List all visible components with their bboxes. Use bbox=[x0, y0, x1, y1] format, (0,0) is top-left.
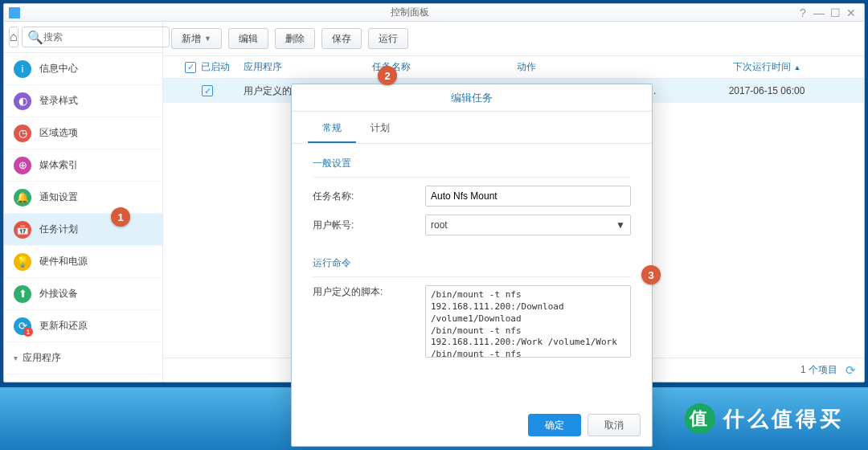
sidebar-item-label: 外接设备 bbox=[39, 287, 78, 301]
tab-schedule[interactable]: 计划 bbox=[356, 115, 404, 143]
sidebar-item-6[interactable]: 💡硬件和电源 bbox=[4, 246, 162, 278]
sidebar-icon: i bbox=[14, 60, 31, 78]
sidebar-item-label: 硬件和电源 bbox=[39, 255, 88, 268]
sidebar-icon: ⬆ bbox=[14, 285, 31, 303]
brand-icon: 值 bbox=[685, 403, 715, 434]
badge: 1 bbox=[23, 327, 33, 337]
edit-button[interactable]: 编辑 bbox=[228, 28, 268, 49]
sidebar-item-label: 更新和还原 bbox=[39, 319, 88, 333]
titlebar: 控制面板 ? — ☐ ✕ bbox=[4, 4, 864, 22]
sort-asc-icon: ▲ bbox=[794, 63, 801, 72]
sidebar-icon: 📅 bbox=[14, 221, 31, 239]
label-taskname: 任务名称: bbox=[313, 190, 425, 203]
sidebar-icon: 🌐 bbox=[14, 382, 31, 382]
cancel-button[interactable]: 取消 bbox=[588, 414, 641, 436]
label-user: 用户帐号: bbox=[313, 219, 425, 232]
edit-task-dialog: 编辑任务 常规 计划 一般设置 任务名称: 用户帐号: root▼ 运行命令 用… bbox=[291, 84, 653, 447]
row-next: 2017-06-15 06:00 bbox=[669, 85, 864, 96]
header-checkbox[interactable]: ✓ bbox=[185, 62, 196, 73]
window-title: 控制面板 bbox=[25, 6, 795, 19]
brand-text: 什么值得买 bbox=[723, 405, 844, 433]
input-taskname[interactable] bbox=[425, 186, 631, 207]
chevron-down-icon: ▼ bbox=[204, 35, 211, 43]
search-input[interactable] bbox=[43, 31, 164, 43]
minimize-button[interactable]: — bbox=[811, 6, 827, 19]
home-button[interactable]: ⌂ bbox=[9, 27, 18, 47]
sidebar-item-1[interactable]: ◐登录样式 bbox=[4, 85, 162, 117]
sidebar-item-10[interactable]: 🌐Web 服务 bbox=[4, 374, 162, 382]
callout-3: 3 bbox=[641, 265, 661, 284]
sidebar-item-label: 信息中心 bbox=[39, 62, 78, 76]
search-icon: 🔍 bbox=[27, 30, 43, 45]
brand: 值 什么值得买 bbox=[685, 403, 844, 434]
toolbar: 新增▼ 编辑 删除 保存 运行 bbox=[163, 22, 864, 56]
section-general: 一般设置 bbox=[313, 152, 631, 178]
help-button[interactable]: ? bbox=[795, 6, 811, 19]
delete-button[interactable]: 删除 bbox=[275, 28, 315, 49]
sidebar-item-label: 登录样式 bbox=[39, 94, 78, 108]
sidebar-item-label: 任务计划 bbox=[39, 223, 78, 236]
sidebar-item-5[interactable]: 📅任务计划 bbox=[4, 214, 162, 246]
sidebar-item-3[interactable]: ⊕媒体索引 bbox=[4, 149, 162, 182]
run-button[interactable]: 运行 bbox=[368, 28, 408, 49]
sidebar-item-4[interactable]: 🔔通知设置 bbox=[4, 182, 162, 214]
col-action[interactable]: 动作 bbox=[517, 60, 669, 74]
dialog-tabs: 常规 计划 bbox=[292, 112, 652, 144]
select-user[interactable]: root▼ bbox=[425, 215, 631, 235]
save-button[interactable]: 保存 bbox=[321, 28, 362, 49]
sidebar-icon: ◷ bbox=[14, 125, 31, 142]
grid-header: ✓已启动 应用程序 任务名称 动作 下次运行时间▲ bbox=[163, 56, 864, 79]
chevron-down-icon: ▼ bbox=[616, 219, 625, 231]
reload-button[interactable]: ⟳ bbox=[845, 363, 856, 378]
sidebar-item-label: 媒体索引 bbox=[39, 158, 78, 172]
sidebar-icon: ⟳1 bbox=[14, 317, 31, 335]
app-icon bbox=[9, 7, 20, 18]
label-script: 用户定义的脚本: bbox=[313, 285, 425, 299]
sidebar-item-2[interactable]: ◷区域选项 bbox=[4, 117, 162, 149]
sidebar-icon: ⊕ bbox=[14, 157, 31, 174]
search-box[interactable]: 🔍 bbox=[22, 27, 170, 47]
col-next[interactable]: 下次运行时间▲ bbox=[669, 60, 864, 74]
section-runcmd: 运行命令 bbox=[313, 252, 631, 277]
maximize-button[interactable]: ☐ bbox=[827, 6, 843, 19]
textarea-script[interactable]: /bin/mount -t nfs 192.168.111.200:/Downl… bbox=[425, 285, 631, 358]
col-app[interactable]: 应用程序 bbox=[244, 60, 372, 74]
new-button[interactable]: 新增▼ bbox=[171, 28, 222, 49]
sidebar-item-label: 区域选项 bbox=[39, 126, 78, 140]
chevron-down-icon: ▾ bbox=[14, 354, 18, 362]
row-checkbox[interactable]: ✓ bbox=[202, 85, 213, 96]
close-button[interactable]: ✕ bbox=[843, 6, 859, 19]
tab-general[interactable]: 常规 bbox=[308, 115, 356, 143]
sidebar-item-9[interactable]: ▾应用程序 bbox=[4, 342, 162, 374]
sidebar-item-7[interactable]: ⬆外接设备 bbox=[4, 278, 162, 310]
ok-button[interactable]: 确定 bbox=[528, 414, 581, 436]
callout-2: 2 bbox=[378, 66, 397, 85]
sidebar-item-8[interactable]: ⟳1更新和还原 bbox=[4, 310, 162, 342]
sidebar-icon: ◐ bbox=[14, 92, 31, 110]
sidebar-icon: 🔔 bbox=[14, 189, 31, 207]
sidebar-item-label: 应用程序 bbox=[23, 351, 61, 365]
dialog-title: 编辑任务 bbox=[292, 84, 652, 112]
item-count: 1 个项目 bbox=[800, 363, 837, 377]
sidebar-item-label: 通知设置 bbox=[39, 190, 78, 204]
sidebar-icon: 💡 bbox=[14, 253, 31, 271]
callout-1: 1 bbox=[111, 207, 130, 227]
sidebar: ⌂ 🔍 i信息中心◐登录样式◷区域选项⊕媒体索引🔔通知设置📅任务计划💡硬件和电源… bbox=[4, 22, 163, 382]
col-enabled[interactable]: ✓已启动 bbox=[171, 60, 244, 74]
sidebar-item-0[interactable]: i信息中心 bbox=[4, 53, 162, 85]
